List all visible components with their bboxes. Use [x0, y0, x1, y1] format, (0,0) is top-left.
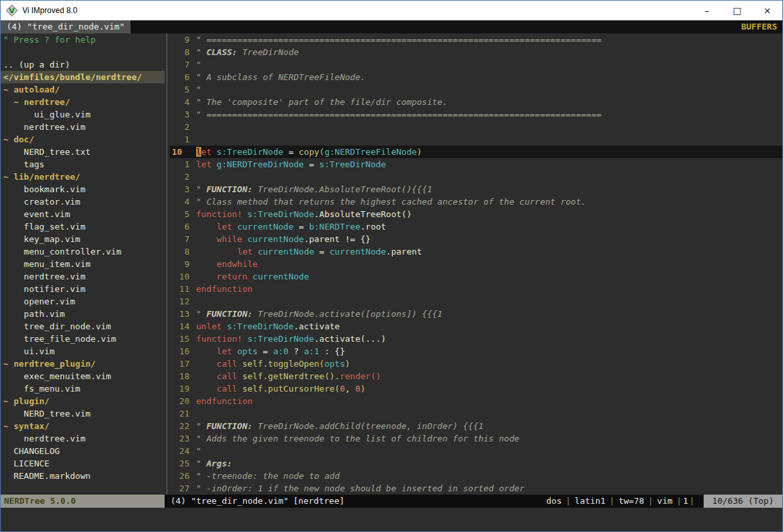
- tree-item-file[interactable]: tree_file_node.vim: [1, 333, 165, 345]
- code-line[interactable]: 24": [170, 445, 782, 457]
- code-line[interactable]: 26" -treenode: the node to add: [170, 470, 782, 482]
- code-line[interactable]: 5": [170, 83, 782, 96]
- tree-item-dir[interactable]: ~ syntax/: [1, 420, 165, 432]
- code-text: " -inOrder: 1 if the new node should be …: [196, 482, 525, 495]
- code-text: " ======================================…: [196, 33, 601, 46]
- tree-item-file[interactable]: bookmark.vim: [1, 183, 165, 195]
- code-line[interactable]: 6" A subclass of NERDTreeFileNode.: [170, 71, 782, 83]
- code-line[interactable]: 4" Class method that returns the highest…: [170, 195, 782, 208]
- code-line[interactable]: 19 call self.putCursorHere(0, 0): [170, 382, 782, 395]
- tree-item-file[interactable]: path.vim: [1, 308, 165, 320]
- status-ruler: 10/636 (Top): [704, 495, 782, 508]
- code-line[interactable]: 10let s:TreeDirNode = copy(g:NERDTreeFil…: [170, 146, 782, 158]
- code-line[interactable]: 15function! s:TreeDirNode.activate(...): [170, 333, 782, 345]
- line-number: 3: [170, 183, 196, 195]
- tree-item-file[interactable]: flag_set.vim: [1, 220, 165, 233]
- status-separator: |: [648, 495, 653, 508]
- tree-item-dir[interactable]: ~ doc/: [1, 133, 165, 146]
- code-line[interactable]: 16 let opts = a:0 ? a:1 : {}: [170, 345, 782, 358]
- code-line[interactable]: 4" The 'composite' part of the file/dir …: [170, 96, 782, 108]
- tab-current[interactable]: (4) "tree_dir_node.vim": [1, 20, 130, 33]
- main-statusline: (4) "tree_dir_node.vim" [nerdtree] dos |…: [165, 495, 782, 508]
- code-line[interactable]: 1: [170, 133, 782, 146]
- code-line[interactable]: 6 let currentNode = b:NERDTree.root: [170, 220, 782, 233]
- line-number: 17: [170, 358, 196, 370]
- tree-item-file[interactable]: nerdtree.vim: [1, 121, 165, 133]
- code-line[interactable]: 14unlet s:TreeDirNode.activate: [170, 320, 782, 333]
- tree-item-file[interactable]: README.markdown: [1, 470, 165, 482]
- code-line[interactable]: 13" FUNCTION: TreeDirNode.activate([opti…: [170, 308, 782, 320]
- editor-lines: 9" =====================================…: [170, 33, 782, 495]
- maximize-button[interactable]: □: [722, 1, 752, 20]
- tree-item-file[interactable]: tree_dir_node.vim: [1, 320, 165, 333]
- code-line[interactable]: 2: [170, 171, 782, 183]
- tree-item-file[interactable]: fs_menu.vim: [1, 382, 165, 395]
- tree-item-file[interactable]: NERD_tree.txt: [1, 146, 165, 158]
- code-line[interactable]: 25" Args:: [170, 457, 782, 470]
- code-line[interactable]: 9 endwhile: [170, 258, 782, 270]
- tree-item-dir[interactable]: ~ plugin/: [1, 395, 165, 407]
- tree-item-file[interactable]: tags: [1, 158, 165, 171]
- tree-item-file[interactable]: LICENCE: [1, 457, 165, 470]
- code-line[interactable]: 2: [170, 121, 782, 133]
- tree-item-dir[interactable]: ~ lib/nerdtree/: [1, 171, 165, 183]
- code-line[interactable]: 12: [170, 295, 782, 308]
- code-line[interactable]: 3" FUNCTION: TreeDirNode.AbsoluteTreeRoo…: [170, 183, 782, 195]
- tree-item-dir[interactable]: ~ nerdtree/: [1, 96, 165, 108]
- code-line[interactable]: 21: [170, 407, 782, 420]
- maximize-icon: □: [733, 5, 741, 16]
- command-line: [1, 508, 782, 531]
- buffers-label: BUFFERS: [736, 20, 782, 33]
- code-line[interactable]: 11endfunction: [170, 283, 782, 295]
- code-text: " ======================================…: [196, 108, 601, 121]
- tree-item-up[interactable]: .. (up a dir): [1, 58, 165, 71]
- line-number: 23: [170, 432, 196, 445]
- code-line[interactable]: 1let g:NERDTreeDirNode = s:TreeDirNode: [170, 158, 782, 171]
- code-line[interactable]: 8 let currentNode = currentNode.parent: [170, 245, 782, 258]
- close-button[interactable]: ×: [752, 1, 782, 20]
- line-number: 6: [170, 71, 196, 83]
- code-text: " Args:: [196, 457, 232, 470]
- code-line[interactable]: 17 call self.toggleOpen(opts): [170, 358, 782, 370]
- code-line[interactable]: 7 while currentNode.parent != {}: [170, 233, 782, 245]
- tree-item-file[interactable]: event.vim: [1, 208, 165, 220]
- code-line[interactable]: 8" CLASS: TreeDirNode: [170, 46, 782, 58]
- code-line[interactable]: 7": [170, 58, 782, 71]
- tree-item-file[interactable]: key_map.vim: [1, 233, 165, 245]
- tree-item-file[interactable]: ui.vim: [1, 345, 165, 358]
- close-icon: ×: [763, 5, 771, 16]
- code-line[interactable]: 20endfunction: [170, 395, 782, 407]
- tree-item-file[interactable]: exec_menuitem.vim: [1, 370, 165, 382]
- tree-item-file[interactable]: notifier.vim: [1, 283, 165, 295]
- line-number: 1: [170, 158, 196, 171]
- code-line[interactable]: 23" Adds the given treenode to the list …: [170, 432, 782, 445]
- code-line[interactable]: 10 return currentNode: [170, 270, 782, 283]
- code-line[interactable]: 18 call self.getNerdtree().render(): [170, 370, 782, 382]
- window-controls: – □ ×: [692, 1, 782, 20]
- code-line[interactable]: 22" FUNCTION: TreeDirNode.addChild(treen…: [170, 420, 782, 432]
- line-number: 19: [170, 382, 196, 395]
- tree-item-file[interactable]: menu_controller.vim: [1, 245, 165, 258]
- minimize-button[interactable]: –: [692, 1, 722, 20]
- code-line[interactable]: 3" =====================================…: [170, 108, 782, 121]
- tree-item-dir[interactable]: ~ nerdtree_plugin/: [1, 358, 165, 370]
- tree-item-file[interactable]: creator.vim: [1, 195, 165, 208]
- tree-item-file[interactable]: nerdtree.vim: [1, 432, 165, 445]
- tree-item-file[interactable]: ui_glue.vim: [1, 108, 165, 121]
- code-line[interactable]: 9" =====================================…: [170, 33, 782, 46]
- line-number: 20: [170, 395, 196, 407]
- line-number: 5: [170, 208, 196, 220]
- code-text: endfunction: [196, 283, 252, 295]
- status-fileformat: dos: [546, 495, 561, 508]
- tree-item-file[interactable]: opener.vim: [1, 295, 165, 308]
- line-number: 10: [170, 146, 196, 158]
- code-line[interactable]: 5function! s:TreeDirNode.AbsoluteTreeRoo…: [170, 208, 782, 220]
- tree-item-file[interactable]: CHANGELOG: [1, 445, 165, 457]
- tree-item-dir[interactable]: ~ autoload/: [1, 83, 165, 96]
- tree-item-root[interactable]: </vimfiles/bundle/nerdtree/: [1, 71, 165, 83]
- window-separator[interactable]: [165, 33, 170, 495]
- tree-item-file[interactable]: NERD_tree.vim: [1, 407, 165, 420]
- tree-item-file[interactable]: menu_item.vim: [1, 258, 165, 270]
- tree-item-file[interactable]: nerdtree.vim: [1, 270, 165, 283]
- code-line[interactable]: 27" -inOrder: 1 if the new node should b…: [170, 482, 782, 495]
